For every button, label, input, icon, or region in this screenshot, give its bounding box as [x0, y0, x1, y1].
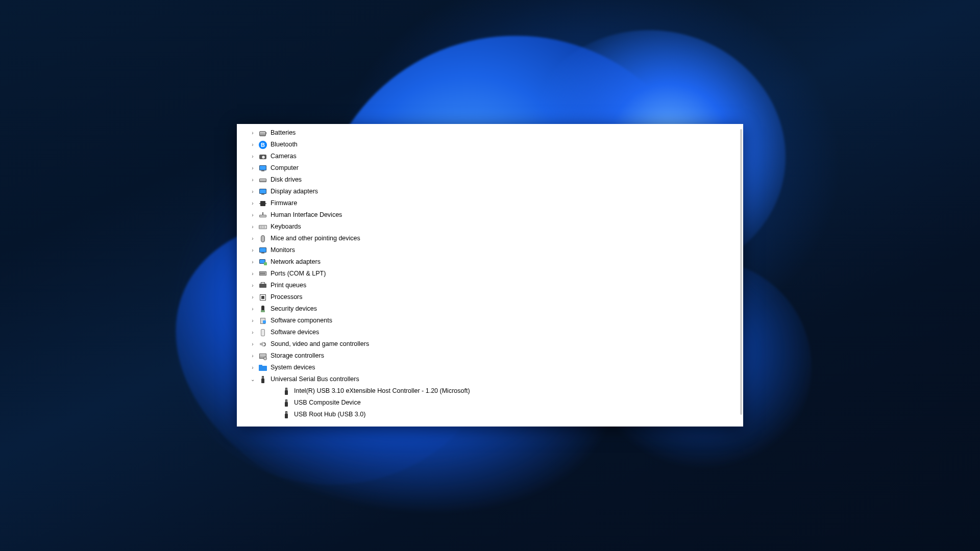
category-software-devices[interactable]: ›Software devices — [249, 327, 743, 338]
expand-toggle-icon[interactable]: › — [249, 127, 256, 139]
collapse-toggle-icon[interactable]: ⌄ — [249, 373, 256, 385]
expand-toggle-icon[interactable]: › — [249, 280, 256, 291]
category-computer[interactable]: ›Computer — [249, 162, 743, 174]
network-icon — [258, 258, 267, 267]
category-label: Display adapters — [271, 186, 318, 197]
expand-toggle-icon[interactable]: › — [249, 256, 256, 268]
folder-icon — [258, 363, 267, 372]
device-manager-window: ›Batteries›Bluetooth›Cameras›Computer›Di… — [237, 124, 743, 427]
category-label: Firmware — [271, 197, 297, 209]
expand-toggle-icon[interactable]: › — [249, 350, 256, 362]
expand-toggle-icon[interactable]: › — [249, 362, 256, 373]
expand-toggle-icon[interactable]: › — [249, 315, 256, 327]
swdev-icon — [258, 328, 267, 337]
category-label: Batteries — [271, 127, 296, 139]
category-label: Processors — [271, 291, 303, 303]
category-label: Mice and other pointing devices — [271, 233, 360, 244]
device-item-label: USB Composite Device — [294, 397, 361, 409]
category-security-devices[interactable]: ›Security devices — [249, 303, 743, 315]
device-item-usb-root-hub-usb-3-0[interactable]: USB Root Hub (USB 3.0) — [249, 409, 743, 420]
expand-toggle-icon[interactable]: › — [249, 244, 256, 256]
expand-toggle-icon[interactable]: › — [249, 151, 256, 162]
expand-toggle-icon[interactable]: › — [249, 291, 256, 303]
cpu-icon — [258, 293, 267, 302]
category-batteries[interactable]: ›Batteries — [249, 127, 743, 139]
expand-toggle-icon[interactable]: › — [249, 209, 256, 221]
expand-toggle-icon[interactable]: › — [249, 338, 256, 350]
storage-icon — [258, 352, 267, 361]
expand-toggle-icon[interactable]: › — [249, 162, 256, 174]
expand-toggle-icon[interactable]: › — [249, 139, 256, 151]
camera-icon — [258, 152, 267, 161]
category-human-interface-devices[interactable]: ›Human Interface Devices — [249, 209, 743, 221]
category-label: Security devices — [271, 303, 317, 315]
expand-toggle-icon[interactable]: › — [249, 221, 256, 233]
category-storage-controllers[interactable]: ›Storage controllers — [249, 350, 743, 362]
category-label: Bluetooth — [271, 139, 298, 151]
category-mice-and-other-pointing-devices[interactable]: ›Mice and other pointing devices — [249, 233, 743, 244]
expand-toggle-icon[interactable]: › — [249, 303, 256, 315]
category-keyboards[interactable]: ›Keyboards — [249, 221, 743, 233]
category-label: Human Interface Devices — [271, 209, 342, 221]
vertical-scrollbar[interactable] — [740, 129, 742, 415]
category-ports-com-lpt[interactable]: ›Ports (COM & LPT) — [249, 268, 743, 280]
hid-icon — [258, 211, 267, 220]
expand-toggle-icon[interactable]: › — [249, 174, 256, 186]
category-label: System devices — [271, 362, 315, 373]
expand-toggle-icon[interactable]: › — [249, 197, 256, 209]
category-label: Computer — [271, 162, 299, 174]
port-icon — [258, 269, 267, 279]
category-universal-serial-bus-controllers[interactable]: ⌄Universal Serial Bus controllers — [249, 373, 743, 385]
category-print-queues[interactable]: ›Print queues — [249, 280, 743, 291]
usb-icon — [282, 410, 291, 419]
expand-toggle-icon[interactable]: › — [249, 233, 256, 244]
chip-icon — [258, 199, 267, 208]
category-system-devices[interactable]: ›System devices — [249, 362, 743, 373]
category-firmware[interactable]: ›Firmware — [249, 197, 743, 209]
usb-icon — [282, 398, 291, 408]
device-item-intel-r-usb-3-10-extensible-host-controller-1-20-microsoft[interactable]: Intel(R) USB 3.10 eXtensible Host Contro… — [249, 385, 743, 397]
category-network-adapters[interactable]: ›Network adapters — [249, 256, 743, 268]
category-cameras[interactable]: ›Cameras — [249, 151, 743, 162]
device-tree-pane[interactable]: ›Batteries›Bluetooth›Cameras›Computer›Di… — [237, 124, 743, 427]
usb-icon — [282, 387, 291, 396]
battery-icon — [258, 129, 267, 138]
category-label: Network adapters — [271, 256, 321, 268]
category-bluetooth[interactable]: ›Bluetooth — [249, 139, 743, 151]
disk-icon — [258, 176, 267, 185]
monitor-icon — [258, 246, 267, 255]
monitor-icon — [258, 164, 267, 173]
printer-icon — [258, 281, 267, 290]
bluetooth-icon — [258, 140, 267, 149]
category-label: Disk drives — [271, 174, 302, 186]
category-label: Universal Serial Bus controllers — [271, 373, 359, 385]
category-label: Software devices — [271, 327, 319, 338]
device-item-label: Intel(R) USB 3.10 eXtensible Host Contro… — [294, 385, 470, 397]
category-label: Software components — [271, 315, 332, 327]
category-label: Sound, video and game controllers — [271, 338, 369, 350]
category-monitors[interactable]: ›Monitors — [249, 244, 743, 256]
category-disk-drives[interactable]: ›Disk drives — [249, 174, 743, 186]
category-software-components[interactable]: ›Software components — [249, 315, 743, 327]
device-item-label: USB Root Hub (USB 3.0) — [294, 409, 365, 420]
keyboard-icon — [258, 222, 267, 232]
expand-toggle-icon[interactable]: › — [249, 186, 256, 197]
category-processors[interactable]: ›Processors — [249, 291, 743, 303]
category-label: Keyboards — [271, 221, 301, 233]
security-icon — [258, 305, 267, 314]
device-item-usb-composite-device[interactable]: USB Composite Device — [249, 397, 743, 409]
category-label: Monitors — [271, 244, 295, 256]
usb-icon — [258, 375, 267, 384]
desktop-wallpaper: ›Batteries›Bluetooth›Cameras›Computer›Di… — [0, 0, 980, 551]
category-sound-video-and-game-controllers[interactable]: ›Sound, video and game controllers — [249, 338, 743, 350]
sound-icon — [258, 340, 267, 349]
category-label: Storage controllers — [271, 350, 324, 362]
expand-toggle-icon[interactable]: › — [249, 268, 256, 280]
category-display-adapters[interactable]: ›Display adapters — [249, 186, 743, 197]
category-label: Print queues — [271, 280, 306, 291]
mouse-icon — [258, 234, 267, 243]
monitor-icon — [258, 187, 267, 196]
expand-toggle-icon[interactable]: › — [249, 327, 256, 338]
swcomp-icon — [258, 316, 267, 325]
category-label: Ports (COM & LPT) — [271, 268, 326, 280]
